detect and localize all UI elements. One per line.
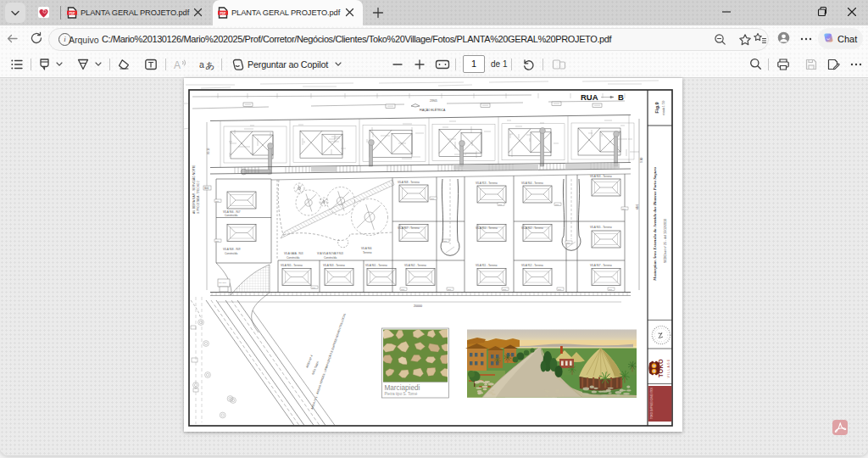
svg-text:V. PROJETADA - TRECHO 2: V. PROJETADA - TRECHO 2 [197, 181, 200, 214]
svg-text:VILA 908 - Terreno: VILA 908 - Terreno [398, 181, 420, 184]
svg-text:600: 600 [215, 200, 220, 203]
svg-text:RUA: RUA [581, 92, 598, 102]
svg-text:Terreno: Terreno [363, 251, 372, 254]
svg-text:23905: 23905 [430, 99, 437, 103]
svg-text:600: 600 [431, 198, 435, 200]
svg-text:Construída: Construída [324, 256, 337, 260]
svg-text:VILA 910 - Terreno: VILA 910 - Terreno [476, 226, 498, 230]
svg-text:600: 600 [498, 204, 503, 206]
svg-text:600: 600 [448, 288, 452, 291]
svg-text:48.6: 48.6 [636, 204, 639, 209]
svg-text:B: B [618, 92, 624, 102]
svg-text:20000: 20000 [414, 304, 422, 308]
svg-text:VILA 907 - Terreno: VILA 907 - Terreno [590, 264, 612, 267]
svg-text:PDF: PDF [70, 12, 76, 15]
svg-text:VILA 902 - Terreno: VILA 902 - Terreno [521, 226, 543, 230]
svg-text:VILA 906: VILA 906 [361, 247, 372, 250]
svg-text:VILA 906 - 907: VILA 906 - 907 [223, 210, 241, 214]
svg-text:VILA 903 - Terreno: VILA 903 - Terreno [590, 175, 612, 178]
svg-text:NÃO TABA: NÃO TABA [310, 360, 320, 376]
svg-text:VILA 913 - Terreno: VILA 913 - Terreno [476, 182, 498, 185]
svg-text:600: 600 [558, 288, 562, 291]
svg-text:VILA 903 - Terreno: VILA 903 - Terreno [323, 264, 345, 267]
svg-text:VILA 905 - Terreno: VILA 905 - Terreno [281, 264, 303, 267]
svg-text:VILA 911 - Terreno: VILA 911 - Terreno [476, 264, 498, 267]
svg-text:60.10: 60.10 [207, 148, 210, 154]
svg-text:600: 600 [215, 240, 220, 243]
svg-text:VILA 905 - Terreno: VILA 905 - Terreno [590, 226, 612, 229]
svg-text:a: a [199, 59, 204, 70]
svg-text:VILA 908 - 909: VILA 908 - 909 [223, 248, 241, 251]
svg-text:600: 600 [555, 204, 559, 206]
svg-text:escala 1:750: escala 1:750 [662, 100, 665, 114]
svg-text:Construída: Construída [225, 252, 237, 255]
svg-text:Construída: Construída [225, 214, 237, 217]
svg-text:SEDE/set nº 25 - del 15/12/201: SEDE/set nº 25 - del 15/12/2010 [664, 219, 667, 263]
svg-text:VILA 901 - Terreno: VILA 901 - Terreno [365, 264, 387, 267]
svg-text:VILA 912 - Terreno: VILA 912 - Terreno [521, 264, 543, 267]
svg-text:TOKO: TOKO [657, 359, 665, 377]
svg-text:Pietra tipo S. Tomé: Pietra tipo S. Tomé [385, 392, 418, 396]
svg-text:VILA 904 - Terreno: VILA 904 - Terreno [521, 182, 543, 185]
svg-text:VILLAGE: VILLAGE [667, 359, 670, 378]
svg-text:VILA 907 - Terreno: VILA 907 - Terreno [398, 226, 420, 230]
svg-text:VILA GAIA - 903: VILA GAIA - 903 [284, 252, 303, 255]
svg-text:Fig.9: Fig.9 [654, 101, 659, 113]
svg-text:600: 600 [401, 288, 405, 291]
svg-text:600: 600 [566, 242, 570, 244]
svg-text:600: 600 [622, 208, 626, 210]
svg-text:ÁREA Nº 1 - ÁREAS VERDES, URBA: ÁREA Nº 1 - ÁREAS VERDES, URBANIZAÇÃO E … [309, 312, 347, 410]
svg-text:600: 600 [312, 287, 316, 289]
svg-text:600: 600 [503, 288, 507, 291]
svg-text:TOKO EMPREENDIMENTOS: TOKO EMPREENDIMENTOS [650, 388, 654, 419]
svg-text:600: 600 [443, 240, 448, 243]
svg-text:Construída: Construída [287, 256, 299, 260]
svg-text:VILA 902 - Terreno: VILA 902 - Terreno [404, 264, 426, 267]
svg-text:Masterplan Área Extensão da Av: Masterplan Área Extensão da Avenida dos … [653, 167, 657, 282]
svg-text:FIAÇÃO ELÉTRICA: FIAÇÃO ELÉTRICA [420, 108, 446, 112]
svg-text:AV. BEIRA MAR - SERVIDÃO NORTE: AV. BEIRA MAR - SERVIDÃO NORTE [192, 165, 196, 214]
svg-text:VI A VILA NOVA 9 903: VI A VILA NOVA 9 903 [317, 252, 343, 255]
svg-text:ÁREA Nº 4: ÁREA Nº 4 [305, 355, 314, 369]
svg-text:600: 600 [204, 187, 209, 190]
svg-text:9.80: 9.80 [640, 158, 643, 163]
svg-text:あ: あ [205, 60, 214, 70]
svg-text:A: A [174, 59, 181, 71]
svg-text:PDF: PDF [220, 12, 227, 15]
svg-text:Marciapiedi: Marciapiedi [385, 384, 420, 392]
svg-text:600: 600 [609, 288, 613, 291]
svg-text:GUARITA: GUARITA [219, 282, 227, 283]
